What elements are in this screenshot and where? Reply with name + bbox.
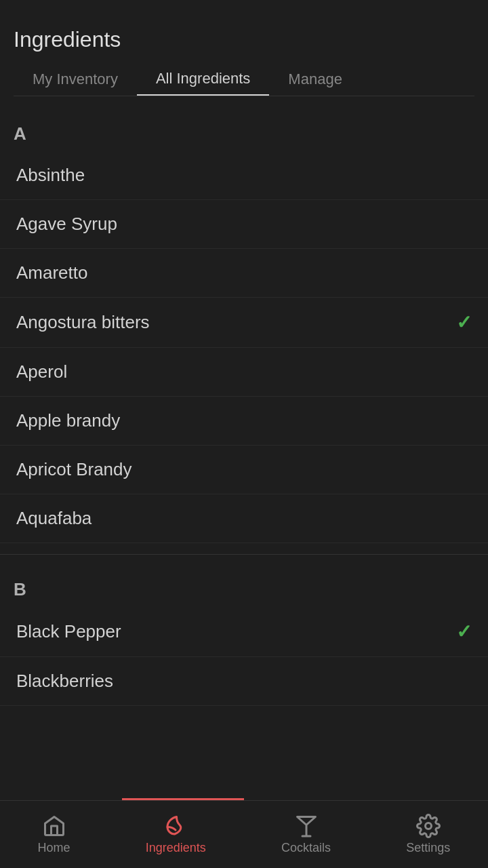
ingredient-name: Apricot Brandy bbox=[16, 459, 132, 480]
check-icon: ✓ bbox=[456, 311, 472, 334]
ingredient-name: Agave Syrup bbox=[16, 214, 117, 235]
nav-label-settings: Settings bbox=[406, 841, 450, 855]
list-item[interactable]: Absinthe bbox=[0, 151, 488, 200]
svg-point-0 bbox=[425, 823, 431, 829]
ingredient-name: Aquafaba bbox=[16, 508, 92, 529]
nav-item-home[interactable]: Home bbox=[24, 808, 84, 861]
check-icon: ✓ bbox=[456, 620, 472, 643]
bottom-nav: Home Ingredients Cocktails Settings bbox=[0, 800, 488, 868]
ingredient-name: Angostura bitters bbox=[16, 312, 150, 333]
section-header-b: B bbox=[0, 566, 488, 607]
leaf-icon bbox=[163, 814, 188, 838]
home-icon bbox=[42, 814, 66, 838]
list-item[interactable]: Aquafaba bbox=[0, 494, 488, 543]
nav-label-cocktails: Cocktails bbox=[281, 841, 331, 855]
list-item[interactable]: Apricot Brandy bbox=[0, 446, 488, 494]
ingredient-name: Black Pepper bbox=[16, 621, 121, 642]
nav-item-ingredients[interactable]: Ingredients bbox=[132, 808, 220, 861]
list-item[interactable]: Agave Syrup bbox=[0, 200, 488, 249]
tab-all-ingredients[interactable]: All Ingredients bbox=[137, 63, 269, 96]
tab-manage[interactable]: Manage bbox=[269, 63, 361, 96]
list-item[interactable]: Amaretto bbox=[0, 249, 488, 298]
ingredient-name: Blackberries bbox=[16, 671, 113, 692]
nav-item-settings[interactable]: Settings bbox=[392, 808, 464, 861]
tab-my-inventory[interactable]: My Inventory bbox=[14, 63, 137, 96]
ingredient-name: Amaretto bbox=[16, 262, 88, 283]
ingredient-name: Aperol bbox=[16, 361, 67, 382]
nav-label-home: Home bbox=[38, 841, 70, 855]
page-header: Ingredients My Inventory All Ingredients… bbox=[0, 0, 488, 103]
page-title: Ingredients bbox=[14, 27, 474, 52]
content: A Absinthe Agave Syrup Amaretto Angostur… bbox=[0, 103, 488, 760]
tab-bar: My Inventory All Ingredients Manage bbox=[14, 63, 474, 96]
section-b: B Black Pepper ✓ Blackberries bbox=[0, 566, 488, 706]
section-a: A Absinthe Agave Syrup Amaretto Angostur… bbox=[0, 110, 488, 543]
list-item[interactable]: Aperol bbox=[0, 348, 488, 397]
list-item[interactable]: Angostura bitters ✓ bbox=[0, 298, 488, 348]
list-item[interactable]: Apple brandy bbox=[0, 397, 488, 446]
list-item[interactable]: Black Pepper ✓ bbox=[0, 607, 488, 657]
section-header-a: A bbox=[0, 110, 488, 151]
nav-label-ingredients: Ingredients bbox=[146, 841, 206, 855]
ingredient-name: Absinthe bbox=[16, 165, 85, 186]
cocktail-icon bbox=[294, 814, 319, 838]
nav-item-cocktails[interactable]: Cocktails bbox=[268, 808, 344, 861]
ingredient-name: Apple brandy bbox=[16, 410, 120, 431]
gear-icon bbox=[416, 814, 441, 838]
section-divider bbox=[0, 554, 488, 555]
list-item[interactable]: Blackberries bbox=[0, 657, 488, 706]
